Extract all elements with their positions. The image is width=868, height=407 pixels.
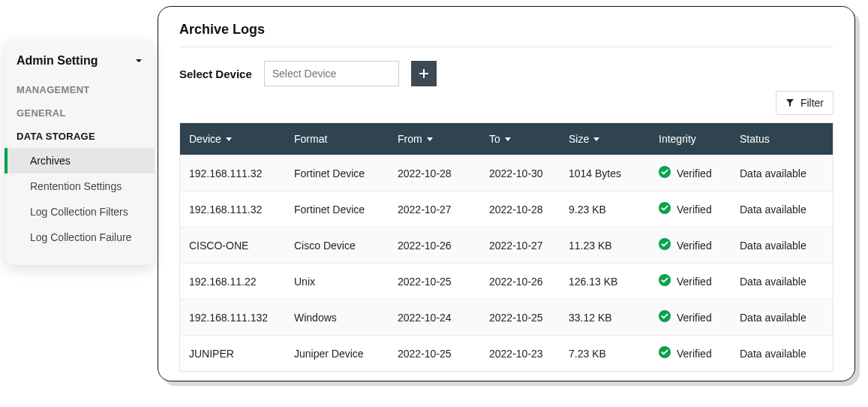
cell-size: 9.23 KB: [569, 204, 659, 216]
sidebar-section-data-storage[interactable]: DATA STORAGE: [5, 125, 155, 148]
integrity-text: Verified: [677, 204, 712, 216]
sidebar-header[interactable]: Admin Setting: [5, 50, 155, 78]
integrity-text: Verified: [677, 312, 712, 324]
chevron-down-icon: [135, 57, 143, 65]
th-to[interactable]: To: [489, 133, 569, 145]
integrity-text: Verified: [677, 348, 712, 360]
archive-table: Device Format From To Size: [179, 122, 833, 372]
cell-integrity: Verified: [659, 274, 740, 288]
sidebar-section-management[interactable]: MANAGEMENT: [5, 78, 155, 101]
th-label: To: [489, 133, 500, 145]
add-device-button[interactable]: [411, 61, 437, 86]
th-integrity[interactable]: Integrity: [659, 133, 740, 145]
sidebar-item-log-collection-filters[interactable]: Log Collection Filters: [5, 199, 155, 225]
cell-from: 2022-10-25: [398, 348, 489, 360]
cell-integrity: Verified: [659, 310, 740, 324]
cell-status: Data available: [740, 167, 824, 179]
sort-down-icon: [226, 136, 232, 142]
integrity-text: Verified: [677, 276, 712, 288]
th-label: Format: [294, 133, 327, 145]
cell-from: 2022-10-26: [398, 240, 489, 252]
sidebar-item-log-collection-failure[interactable]: Log Collection Failure: [5, 225, 155, 250]
cell-integrity: Verified: [659, 346, 740, 360]
th-status[interactable]: Status: [740, 133, 824, 145]
sidebar-item-retention-settings[interactable]: Rentention Settings: [5, 173, 155, 199]
cell-format: Fortinet Device: [294, 167, 398, 179]
sidebar-section-general[interactable]: GENERAL: [5, 101, 155, 125]
cell-from: 2022-10-25: [398, 276, 489, 288]
sidebar-title: Admin Setting: [17, 54, 98, 68]
table-row[interactable]: 192.168.111.32Fortinet Device2022-10-272…: [180, 191, 833, 227]
cell-from: 2022-10-27: [398, 204, 489, 216]
cell-size: 7.23 KB: [569, 348, 659, 360]
cell-to: 2022-10-23: [489, 348, 569, 360]
sidebar-item-archives[interactable]: Archives: [5, 148, 155, 173]
cell-size: 1014 Bytes: [569, 167, 659, 179]
cell-size: 11.23 KB: [569, 240, 659, 252]
cell-status: Data available: [740, 276, 824, 288]
table-body: 192.168.111.32Fortinet Device2022-10-282…: [180, 155, 833, 371]
table-header: Device Format From To Size: [180, 123, 833, 155]
integrity-text: Verified: [677, 240, 712, 252]
page-title: Archive Logs: [179, 22, 833, 47]
cell-device: 192.168.111.132: [189, 312, 294, 324]
cell-device: CISCO-ONE: [189, 240, 294, 252]
th-size[interactable]: Size: [569, 133, 659, 145]
check-circle-icon: [659, 346, 671, 360]
th-label: Size: [569, 133, 589, 145]
check-circle-icon: [659, 310, 671, 324]
cell-integrity: Verified: [659, 166, 740, 180]
cell-status: Data available: [740, 312, 824, 324]
plus-icon: [418, 68, 430, 80]
table-row[interactable]: 192.168.111.132Windows2022-10-242022-10-…: [180, 299, 833, 335]
cell-status: Data available: [740, 204, 824, 216]
sort-down-icon: [593, 136, 599, 142]
th-device[interactable]: Device: [189, 133, 294, 145]
select-device-row: Select Device: [179, 61, 833, 86]
th-label: Integrity: [659, 133, 696, 145]
table-row[interactable]: CISCO-ONECisco Device2022-10-262022-10-2…: [180, 227, 833, 263]
select-device-input[interactable]: [264, 61, 399, 86]
cell-to: 2022-10-25: [489, 312, 569, 324]
cell-format: Windows: [294, 312, 398, 324]
cell-format: Cisco Device: [294, 240, 398, 252]
cell-format: Unix: [294, 276, 398, 288]
cell-to: 2022-10-26: [489, 276, 569, 288]
admin-setting-sidebar: Admin Setting MANAGEMENT GENERAL DATA ST…: [5, 39, 155, 265]
check-circle-icon: [659, 166, 671, 180]
th-label: Device: [189, 133, 221, 145]
th-label: From: [398, 133, 422, 145]
table-row[interactable]: JUNIPERJuniper Device2022-10-252022-10-2…: [180, 335, 833, 371]
filter-button-label: Filter: [800, 97, 824, 109]
integrity-text: Verified: [677, 167, 712, 179]
cell-device: 192.168.111.32: [189, 167, 294, 179]
th-from[interactable]: From: [398, 133, 489, 145]
cell-device: 192.168.11.22: [189, 276, 294, 288]
th-format[interactable]: Format: [294, 133, 398, 145]
cell-format: Fortinet Device: [294, 204, 398, 216]
check-circle-icon: [659, 238, 671, 252]
cell-format: Juniper Device: [294, 348, 398, 360]
filter-button[interactable]: Filter: [776, 91, 833, 115]
th-label: Status: [740, 133, 770, 145]
check-circle-icon: [659, 202, 671, 216]
cell-to: 2022-10-30: [489, 167, 569, 179]
cell-size: 126.13 KB: [569, 276, 659, 288]
cell-integrity: Verified: [659, 202, 740, 216]
table-row[interactable]: 192.168.11.22Unix2022-10-252022-10-26126…: [180, 263, 833, 299]
cell-status: Data available: [740, 348, 824, 360]
cell-to: 2022-10-28: [489, 204, 569, 216]
cell-status: Data available: [740, 240, 824, 252]
cell-device: 192.168.111.32: [189, 204, 294, 216]
cell-integrity: Verified: [659, 238, 740, 252]
sort-down-icon: [505, 136, 511, 142]
cell-to: 2022-10-27: [489, 240, 569, 252]
sort-down-icon: [427, 136, 433, 142]
funnel-icon: [785, 98, 794, 107]
cell-from: 2022-10-28: [398, 167, 489, 179]
table-row[interactable]: 192.168.111.32Fortinet Device2022-10-282…: [180, 155, 833, 191]
sidebar-subitems: Archives Rentention Settings Log Collect…: [5, 148, 155, 250]
check-circle-icon: [659, 274, 671, 288]
select-device-label: Select Device: [179, 68, 252, 80]
cell-size: 33.12 KB: [569, 312, 659, 324]
